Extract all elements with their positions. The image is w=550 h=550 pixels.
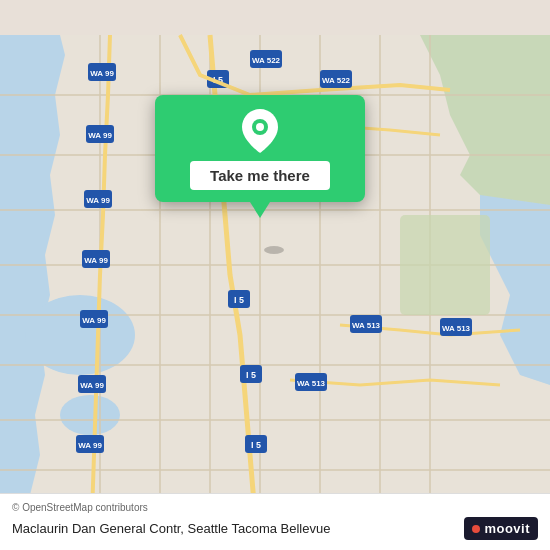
svg-text:WA 99: WA 99 xyxy=(84,256,108,265)
location-pin-icon xyxy=(238,109,282,153)
bottom-bar: © OpenStreetMap contributors Maclaurin D… xyxy=(0,493,550,550)
svg-text:WA 99: WA 99 xyxy=(80,381,104,390)
svg-rect-54 xyxy=(400,215,490,315)
svg-text:WA 513: WA 513 xyxy=(297,379,326,388)
moovit-logo: moovit xyxy=(464,517,538,540)
svg-text:WA 99: WA 99 xyxy=(78,441,102,450)
svg-text:WA 513: WA 513 xyxy=(352,321,381,330)
location-name: Maclaurin Dan General Contr, Seattle Tac… xyxy=(12,521,330,536)
take-me-there-button[interactable]: Take me there xyxy=(190,161,330,190)
svg-text:WA 522: WA 522 xyxy=(322,76,351,85)
location-info-row: Maclaurin Dan General Contr, Seattle Tac… xyxy=(12,517,538,540)
svg-text:I 5: I 5 xyxy=(251,440,261,450)
svg-text:WA 99: WA 99 xyxy=(90,69,114,78)
svg-point-1 xyxy=(25,295,135,375)
moovit-logo-dot xyxy=(472,525,480,533)
map-background: I 5 I 5 I 5 I 5 I 5 WA 99 WA 99 WA 99 WA… xyxy=(0,0,550,550)
svg-text:WA 513: WA 513 xyxy=(442,324,471,333)
svg-text:I 5: I 5 xyxy=(234,295,244,305)
svg-point-55 xyxy=(264,246,284,254)
svg-text:WA 99: WA 99 xyxy=(86,196,110,205)
svg-text:WA 99: WA 99 xyxy=(88,131,112,140)
svg-text:WA 99: WA 99 xyxy=(82,316,106,325)
svg-point-57 xyxy=(256,123,264,131)
map-container: I 5 I 5 I 5 I 5 I 5 WA 99 WA 99 WA 99 WA… xyxy=(0,0,550,550)
svg-point-2 xyxy=(60,395,120,435)
popup-card: Take me there xyxy=(155,95,365,202)
svg-text:I 5: I 5 xyxy=(246,370,256,380)
map-attribution: © OpenStreetMap contributors xyxy=(12,502,538,513)
moovit-logo-text: moovit xyxy=(484,521,530,536)
svg-text:WA 522: WA 522 xyxy=(252,56,281,65)
